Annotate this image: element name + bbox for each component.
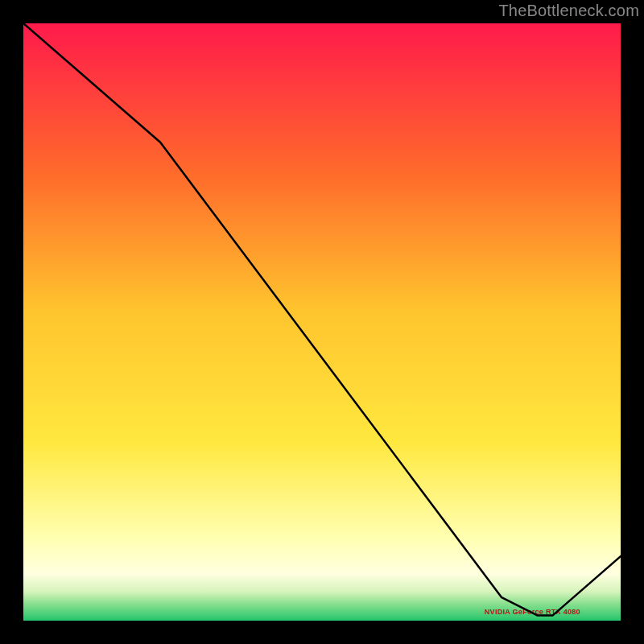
plot-container: NVIDIA GeForce RTX 4080 — [23, 23, 621, 621]
watermark-text: TheBottleneck.com — [498, 2, 639, 20]
plot-area: NVIDIA GeForce RTX 4080 — [23, 23, 621, 621]
chart-root: TheBottleneck.com NVIDIA GeForce RTX 408… — [0, 0, 644, 644]
bottleneck-curve — [23, 23, 621, 621]
